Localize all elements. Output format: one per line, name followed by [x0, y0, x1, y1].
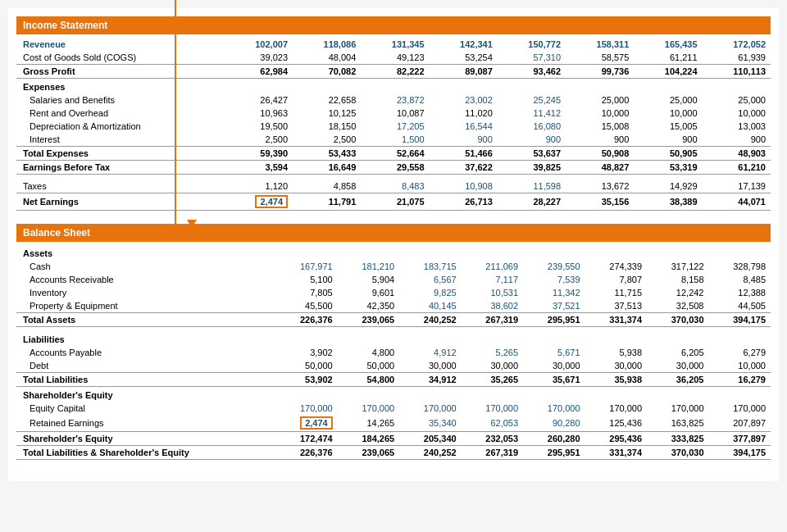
liabilities-header-row: Liabilities: [16, 331, 771, 346]
revenue-val7: 165,435: [634, 38, 702, 51]
accounts-receivable-row: Accounts Receivable 5,100 5,904 6,567 7,…: [16, 273, 771, 286]
inv-val7: 12,242: [647, 286, 708, 299]
gp-val3: 82,222: [361, 65, 429, 79]
ap-val3: 4,912: [399, 346, 461, 359]
inv-val1: 7,805: [275, 286, 337, 299]
ap-val8: 6,279: [709, 346, 771, 359]
ar-val1: 5,100: [275, 273, 337, 286]
tl-label: Total Liabilities: [16, 373, 275, 387]
liabilities-header: Liabilities: [16, 331, 771, 346]
te-val5: 53,637: [498, 147, 566, 161]
int-val3: 1,500: [361, 133, 429, 147]
rent-label: Rent and Overhead: [16, 107, 225, 120]
ar-val5: 7,539: [523, 273, 585, 286]
inv-val6: 11,715: [585, 286, 647, 299]
te-val8: 48,903: [703, 147, 771, 161]
ar-val6: 7,807: [585, 273, 647, 286]
dep-val1: 19,500: [225, 120, 293, 133]
ec-val1: 170,000: [275, 402, 337, 415]
cash-val4: 211,069: [462, 260, 523, 273]
total-liabilities-equity-row: Total Liabilities & Shareholder's Equity…: [16, 446, 771, 460]
re-val7: 163,825: [647, 415, 708, 432]
rent-val2: 10,125: [293, 107, 361, 120]
tl-val4: 35,265: [462, 373, 523, 387]
ta-val6: 331,374: [585, 312, 647, 326]
gross-profit-row: Gross Profit 62,984 70,082 82,222 89,087…: [16, 65, 771, 79]
sal-val8: 25,000: [703, 93, 771, 107]
ec-val4: 170,000: [462, 402, 523, 415]
debt-val6: 30,000: [585, 359, 647, 373]
prop-val7: 32,508: [647, 299, 708, 313]
ne-val4: 26,713: [430, 193, 498, 210]
ta-val2: 239,065: [338, 312, 399, 326]
se-val7: 333,825: [647, 432, 708, 446]
total-assets-label: Total Assets: [16, 312, 275, 326]
dep-val8: 13,003: [703, 120, 771, 133]
cash-val2: 181,210: [338, 260, 399, 273]
debt-val7: 30,000: [647, 359, 708, 373]
tl-val5: 35,671: [523, 373, 585, 387]
re-val1: 2,474: [275, 415, 337, 432]
depreciation-row: Depreciation & Amortization 19,500 18,15…: [16, 120, 771, 133]
gross-profit-label: Gross Profit: [16, 65, 225, 79]
inv-val8: 12,388: [709, 286, 771, 299]
cogs-val3: 49,123: [361, 51, 429, 65]
re-val8: 207,897: [709, 415, 771, 432]
ebt-val5: 39,825: [498, 161, 566, 175]
taxes-label: Taxes: [16, 180, 225, 193]
cogs-val6: 58,575: [566, 51, 634, 65]
ebt-val8: 61,210: [703, 161, 771, 175]
ec-val6: 170,000: [585, 402, 647, 415]
ta-val4: 267,319: [462, 312, 523, 326]
ne-val5: 28,227: [498, 193, 566, 210]
revenue-val3: 131,345: [361, 38, 429, 51]
ne-val1: 2,474: [225, 193, 293, 210]
inv-val4: 10,531: [462, 286, 523, 299]
revenue-val4: 142,341: [430, 38, 498, 51]
debt-val8: 10,000: [709, 359, 771, 373]
inventory-row: Inventory 7,805 9,601 9,825 10,531 11,34…: [16, 286, 771, 299]
te-val1: 59,390: [225, 147, 293, 161]
prop-val5: 37,521: [523, 299, 585, 313]
property-label: Property & Equipment: [16, 299, 275, 313]
rent-val4: 11,020: [430, 107, 498, 120]
debt-val5: 30,000: [523, 359, 585, 373]
tle-val4: 267,319: [462, 446, 523, 460]
gp-val6: 99,736: [566, 65, 634, 79]
revenue-val1: 102,007: [225, 38, 293, 51]
sal-val3: 23,872: [361, 93, 429, 107]
se-val8: 377,897: [709, 432, 771, 446]
int-val2: 2,500: [293, 133, 361, 147]
tle-val6: 331,374: [585, 446, 647, 460]
ta-val5: 295,951: [523, 312, 585, 326]
salaries-row: Salaries and Benefits 26,427 22,658 23,8…: [16, 93, 771, 107]
gp-val1: 62,984: [225, 65, 293, 79]
prop-val6: 37,513: [585, 299, 647, 313]
cash-val1: 167,971: [275, 260, 337, 273]
ebt-val6: 48,827: [566, 161, 634, 175]
cash-val8: 328,798: [709, 260, 771, 273]
ne-val6: 35,156: [566, 193, 634, 210]
inv-val3: 9,825: [399, 286, 461, 299]
cash-val7: 317,122: [647, 260, 708, 273]
net-earnings-label: Net Earnings: [16, 193, 225, 210]
re-val2: 14,265: [338, 415, 399, 432]
retained-earnings-row: Retained Earnings 2,474 14,265 35,340 62…: [16, 415, 771, 432]
cash-val5: 239,550: [523, 260, 585, 273]
ta-val1: 226,376: [275, 312, 337, 326]
tle-label: Total Liabilities & Shareholder's Equity: [16, 446, 275, 460]
ta-val7: 370,030: [647, 312, 708, 326]
revenue-label: Reveneue: [16, 38, 225, 51]
rent-val8: 10,000: [703, 107, 771, 120]
gp-val5: 93,462: [498, 65, 566, 79]
ec-val3: 170,000: [399, 402, 461, 415]
cogs-row: Cost of Goods Sold (COGS) 39,023 48,004 …: [16, 51, 771, 65]
tax-val1: 1,120: [225, 180, 293, 193]
ne-val2: 11,791: [293, 193, 361, 210]
interest-label: Interest: [16, 133, 225, 147]
se-val2: 184,265: [338, 432, 399, 446]
expenses-header-row: Expenses: [16, 79, 771, 94]
se-header-row: Shareholder's Equity: [16, 387, 771, 402]
dep-val5: 16,080: [498, 120, 566, 133]
ar-val7: 8,158: [647, 273, 708, 286]
